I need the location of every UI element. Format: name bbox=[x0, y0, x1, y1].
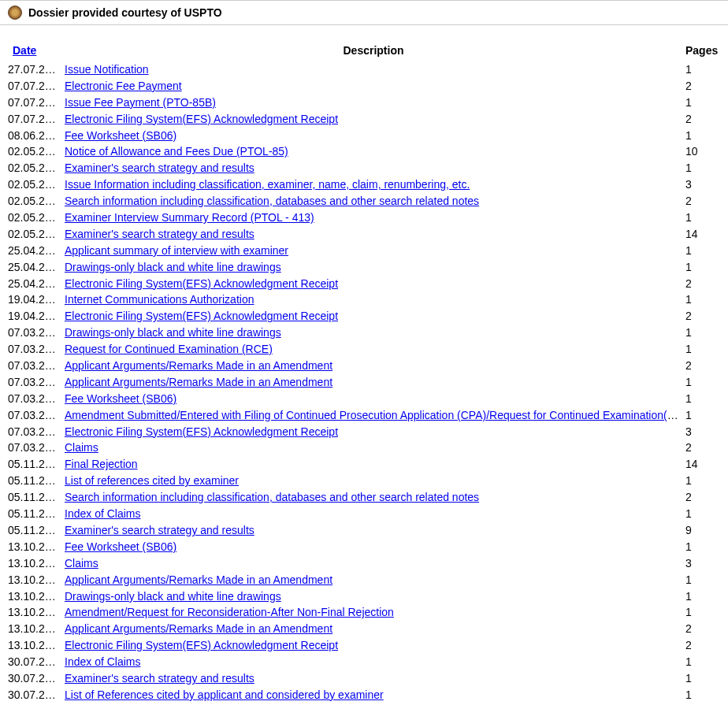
document-link[interactable]: Electronic Filing System(EFS) Acknowledg… bbox=[65, 639, 338, 651]
date-cell: 13.10.2021 bbox=[6, 555, 63, 572]
document-link[interactable]: Drawings-only black and white line drawi… bbox=[65, 326, 281, 339]
pages-cell: 2 bbox=[684, 111, 722, 128]
document-link[interactable]: Claims bbox=[65, 557, 98, 570]
date-cell: 27.07.2022 bbox=[6, 61, 63, 78]
table-row: 13.10.2021Amendment/Request for Reconsid… bbox=[6, 604, 722, 621]
document-link[interactable]: Electronic Filing System(EFS) Acknowledg… bbox=[65, 113, 338, 125]
document-link[interactable]: Fee Worksheet (SB06) bbox=[65, 392, 176, 405]
document-link[interactable]: Drawings-only black and white line drawi… bbox=[65, 261, 281, 273]
description-cell: Drawings-only black and white line drawi… bbox=[63, 588, 684, 605]
date-cell: 07.07.2022 bbox=[6, 78, 63, 95]
document-link[interactable]: Examiner Interview Summary Record (PTOL … bbox=[65, 211, 314, 224]
date-cell: 19.04.2022 bbox=[6, 308, 63, 325]
document-link[interactable]: Examiner's search strategy and results bbox=[65, 161, 254, 174]
document-link[interactable]: Internet Communications Authorization bbox=[65, 293, 254, 306]
date-cell: 05.11.2021 bbox=[6, 456, 63, 473]
document-link[interactable]: Electronic Filing System(EFS) Acknowledg… bbox=[65, 277, 338, 290]
date-cell: 07.03.2022 bbox=[6, 424, 63, 440]
document-link[interactable]: Final Rejection bbox=[65, 458, 138, 470]
date-cell: 02.05.2022 bbox=[6, 193, 63, 210]
document-link[interactable]: Applicant Arguments/Remarks Made in an A… bbox=[65, 376, 332, 388]
dossier-header: Dossier provided courtesy of USPTO bbox=[0, 0, 728, 25]
document-link[interactable]: Drawings-only black and white line drawi… bbox=[65, 590, 281, 603]
pages-cell: 1 bbox=[684, 687, 722, 703]
document-link[interactable]: Amendment/Request for Reconsideration-Af… bbox=[65, 606, 394, 618]
date-cell: 13.10.2021 bbox=[6, 539, 63, 555]
document-link[interactable]: Notice of Allowance and Fees Due (PTOL-8… bbox=[65, 145, 288, 158]
document-link[interactable]: Index of Claims bbox=[65, 507, 140, 520]
col-header-date[interactable]: Date bbox=[6, 41, 63, 61]
pages-cell: 1 bbox=[684, 588, 722, 605]
table-row: 08.06.2022Fee Worksheet (SB06)1 bbox=[6, 128, 722, 144]
table-row: 02.05.2022Examiner's search strategy and… bbox=[6, 160, 722, 176]
table-row: 13.10.2021Fee Worksheet (SB06)1 bbox=[6, 539, 722, 555]
pages-cell: 1 bbox=[684, 243, 722, 259]
date-cell: 13.10.2021 bbox=[6, 604, 63, 621]
description-cell: Search information including classificat… bbox=[63, 489, 684, 506]
table-row: 25.04.2022Electronic Filing System(EFS) … bbox=[6, 276, 722, 292]
document-link[interactable]: Claims bbox=[65, 441, 98, 454]
document-link[interactable]: Examiner's search strategy and results bbox=[65, 524, 254, 536]
description-cell: Electronic Filing System(EFS) Acknowledg… bbox=[63, 111, 684, 128]
date-cell: 13.10.2021 bbox=[6, 572, 63, 588]
document-link[interactable]: Applicant Arguments/Remarks Made in an A… bbox=[65, 573, 332, 586]
document-link[interactable]: Issue Fee Payment (PTO-85B) bbox=[65, 96, 216, 109]
date-cell: 13.10.2021 bbox=[6, 621, 63, 637]
document-link[interactable]: Examiner's search strategy and results bbox=[65, 228, 254, 240]
description-cell: Internet Communications Authorization bbox=[63, 291, 684, 308]
description-cell: Fee Worksheet (SB06) bbox=[63, 539, 684, 555]
date-cell: 07.07.2022 bbox=[6, 111, 63, 128]
document-link[interactable]: Search information including classificat… bbox=[65, 195, 479, 207]
pages-cell: 1 bbox=[684, 325, 722, 341]
document-link[interactable]: Request for Continued Examination (RCE) bbox=[65, 343, 273, 355]
document-link[interactable]: Amendment Submitted/Entered with Filing … bbox=[65, 409, 684, 421]
table-row: 07.03.2022Amendment Submitted/Entered wi… bbox=[6, 407, 722, 424]
description-cell: Fee Worksheet (SB06) bbox=[63, 391, 684, 407]
document-link[interactable]: Applicant summary of interview with exam… bbox=[65, 244, 288, 257]
pages-cell: 2 bbox=[684, 308, 722, 325]
table-row: 05.11.2021Final Rejection14 bbox=[6, 456, 722, 473]
document-link[interactable]: Examiner's search strategy and results bbox=[65, 672, 254, 685]
pages-cell: 1 bbox=[684, 259, 722, 276]
pages-cell: 14 bbox=[684, 456, 722, 473]
document-link[interactable]: Electronic Filing System(EFS) Acknowledg… bbox=[65, 425, 338, 438]
description-cell: Fee Worksheet (SB06) bbox=[63, 128, 684, 144]
table-row: 07.03.2022Applicant Arguments/Remarks Ma… bbox=[6, 358, 722, 374]
document-link[interactable]: List of references cited by examiner bbox=[65, 474, 239, 487]
description-cell: Electronic Filing System(EFS) Acknowledg… bbox=[63, 308, 684, 325]
dossier-table-wrap: Date Description Pages 27.07.2022Issue N… bbox=[0, 25, 728, 705]
table-row: 07.07.2022Issue Fee Payment (PTO-85B)1 bbox=[6, 95, 722, 111]
document-link[interactable]: Electronic Fee Payment bbox=[65, 80, 182, 92]
description-cell: Applicant Arguments/Remarks Made in an A… bbox=[63, 621, 684, 637]
pages-cell: 2 bbox=[684, 621, 722, 637]
description-cell: Notice of Allowance and Fees Due (PTOL-8… bbox=[63, 143, 684, 160]
date-cell: 05.11.2021 bbox=[6, 506, 63, 522]
document-link[interactable]: Issue Information including classificati… bbox=[65, 178, 470, 191]
sort-date-link[interactable]: Date bbox=[13, 44, 36, 57]
pages-cell: 2 bbox=[684, 276, 722, 292]
date-cell: 13.10.2021 bbox=[6, 588, 63, 605]
description-cell: List of references cited by examiner bbox=[63, 473, 684, 489]
document-link[interactable]: Index of Claims bbox=[65, 655, 140, 668]
document-link[interactable]: Search information including classificat… bbox=[65, 491, 479, 503]
document-link[interactable]: Fee Worksheet (SB06) bbox=[65, 129, 176, 142]
table-row: 13.10.2021Electronic Filing System(EFS) … bbox=[6, 637, 722, 654]
description-cell: Examiner's search strategy and results bbox=[63, 160, 684, 176]
description-cell: Electronic Filing System(EFS) Acknowledg… bbox=[63, 276, 684, 292]
table-row: 07.03.2022Drawings-only black and white … bbox=[6, 325, 722, 341]
description-cell: Index of Claims bbox=[63, 506, 684, 522]
pages-cell: 1 bbox=[684, 291, 722, 308]
document-link[interactable]: Applicant Arguments/Remarks Made in an A… bbox=[65, 622, 332, 635]
table-row: 30.07.2021List of References cited by ap… bbox=[6, 687, 722, 703]
document-link[interactable]: Applicant Arguments/Remarks Made in an A… bbox=[65, 359, 332, 372]
document-link[interactable]: Issue Notification bbox=[65, 63, 149, 76]
pages-cell: 1 bbox=[684, 506, 722, 522]
document-link[interactable]: List of References cited by applicant an… bbox=[65, 688, 384, 701]
description-cell: Amendment/Request for Reconsideration-Af… bbox=[63, 604, 684, 621]
table-row: 13.10.2021Drawings-only black and white … bbox=[6, 588, 722, 605]
table-row: 05.11.2021Examiner's search strategy and… bbox=[6, 522, 722, 539]
document-link[interactable]: Fee Worksheet (SB06) bbox=[65, 540, 176, 553]
table-row: 02.05.2022Examiner Interview Summary Rec… bbox=[6, 210, 722, 226]
document-link[interactable]: Electronic Filing System(EFS) Acknowledg… bbox=[65, 310, 338, 322]
date-cell: 07.03.2022 bbox=[6, 358, 63, 374]
